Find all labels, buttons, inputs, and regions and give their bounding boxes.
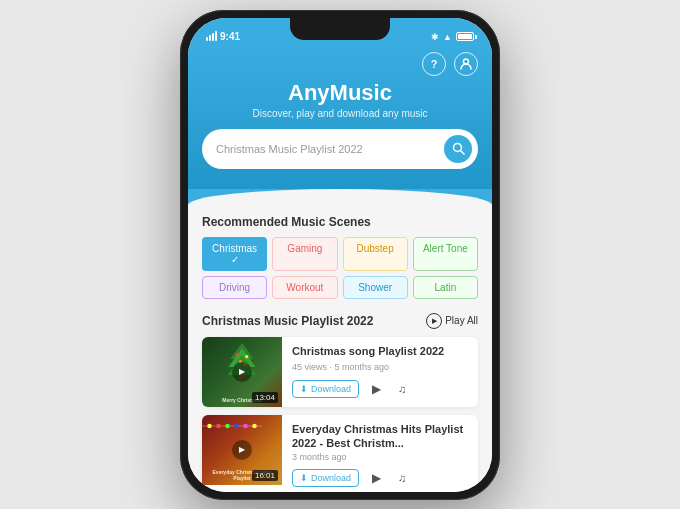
status-time: 9:41 (206, 31, 240, 42)
svg-point-13 (216, 423, 221, 428)
music-item-2: Everyday Christmas Hits Playlist 16:01 ▶… (202, 415, 478, 492)
play-button-2[interactable]: ▶ (365, 467, 387, 489)
duration-2: 16:01 (252, 470, 278, 481)
search-input[interactable]: Christmas Music Playlist 2022 (216, 143, 438, 155)
svg-point-12 (207, 423, 212, 428)
app-title: AnyMusic (202, 80, 478, 106)
tags-grid: Christmas ✓ Gaming Dubstep Alert Tone Dr… (202, 237, 478, 299)
wifi-icon: ▲ (443, 32, 452, 42)
play-overlay-1[interactable]: ▶ (232, 362, 252, 382)
music-info-2: Everyday Christmas Hits Playlist 2022 - … (290, 415, 478, 492)
svg-line-2 (460, 151, 464, 155)
signal-bar-3 (212, 33, 214, 41)
recommended-title: Recommended Music Scenes (202, 215, 478, 229)
play-all-button[interactable]: ▶ Play All (426, 313, 478, 329)
play-button-1[interactable]: ▶ (365, 378, 387, 400)
tag-alert-tone[interactable]: Alert Tone (413, 237, 478, 271)
tag-workout[interactable]: Workout (272, 276, 337, 299)
music-meta-1: 45 views · 5 months ago (292, 362, 472, 372)
duration-1: 13:04 (252, 392, 278, 403)
wave-divider (188, 189, 492, 205)
download-icon-1: ⬇ (300, 384, 308, 394)
music-actions-1: ⬇ Download ▶ ♫ (292, 378, 472, 400)
tag-dubstep[interactable]: Dubstep (343, 237, 408, 271)
svg-point-7 (236, 353, 239, 356)
search-bar[interactable]: Christmas Music Playlist 2022 (202, 129, 478, 169)
tag-driving[interactable]: Driving (202, 276, 267, 299)
svg-point-16 (243, 423, 248, 428)
svg-point-15 (234, 423, 239, 428)
thumbnail-1: Merry Christmas 13:04 ▶ (202, 337, 282, 407)
svg-point-8 (245, 355, 248, 358)
main-content: Recommended Music Scenes Christmas ✓ Gam… (188, 205, 492, 492)
download-button-2[interactable]: ⬇ Download (292, 469, 359, 487)
phone-screen: 9:41 ✱ ▲ ? (188, 18, 492, 492)
profile-button[interactable] (454, 52, 478, 76)
download-button-1[interactable]: ⬇ Download (292, 380, 359, 398)
playlist-section-title: Christmas Music Playlist 2022 (202, 314, 373, 328)
app-header: ? AnyMusic Discover, play and download a… (188, 46, 492, 189)
music-actions-2: ⬇ Download ▶ ♫ (292, 467, 472, 489)
music-item-1: Merry Christmas 13:04 ▶ Christmas song P… (202, 337, 478, 407)
svg-point-17 (252, 423, 257, 428)
music-info-1: Christmas song Playlist 2022 45 views · … (290, 337, 478, 407)
signal-bars (206, 31, 217, 41)
profile-icon (460, 58, 472, 70)
phone-notch (290, 18, 390, 40)
music-name-2: Everyday Christmas Hits Playlist 2022 - … (292, 422, 472, 451)
tag-christmas[interactable]: Christmas ✓ (202, 237, 267, 271)
music-name-1: Christmas song Playlist 2022 (292, 344, 472, 358)
tag-latin[interactable]: Latin (413, 276, 478, 299)
phone-frame: 9:41 ✱ ▲ ? (180, 10, 500, 500)
download-icon-2: ⬇ (300, 473, 308, 483)
signal-bar-1 (206, 37, 208, 41)
svg-point-14 (225, 423, 230, 428)
play-all-circle-icon: ▶ (426, 313, 442, 329)
play-overlay-2[interactable]: ▶ (232, 440, 252, 460)
status-icons: ✱ ▲ (431, 32, 474, 42)
header-icons: ? (202, 52, 478, 76)
battery-icon (456, 32, 474, 41)
app-subtitle: Discover, play and download any music (202, 108, 478, 119)
music-note-icon-2[interactable]: ♫ (393, 469, 411, 487)
tag-shower[interactable]: Shower (343, 276, 408, 299)
help-button[interactable]: ? (422, 52, 446, 76)
signal-bar-4 (215, 31, 217, 41)
search-button[interactable] (444, 135, 472, 163)
thumbnail-2: Everyday Christmas Hits Playlist 16:01 ▶ (202, 415, 282, 485)
music-meta-2: 3 months ago (292, 452, 472, 462)
music-note-icon-1[interactable]: ♫ (393, 380, 411, 398)
battery-fill (458, 34, 472, 39)
signal-bar-2 (209, 35, 211, 41)
tag-gaming[interactable]: Gaming (272, 237, 337, 271)
search-icon (452, 142, 465, 155)
playlist-header: Christmas Music Playlist 2022 ▶ Play All (202, 313, 478, 329)
bluetooth-icon: ✱ (431, 32, 439, 42)
